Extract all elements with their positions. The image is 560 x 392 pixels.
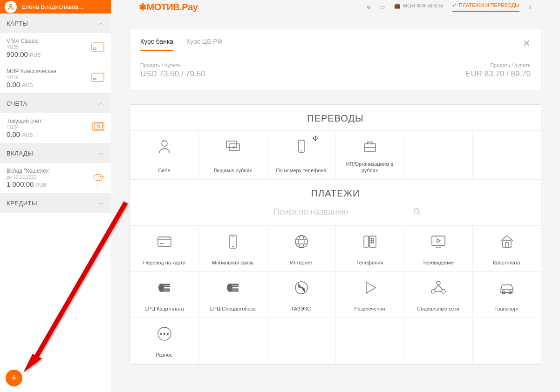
usd-value: USD 73.50 / 79.50 (140, 69, 205, 79)
transfers-title: ПЕРЕВОДЫ (130, 105, 541, 130)
logo: ✱МОТИВ.Pay (139, 1, 198, 13)
payment-transport[interactable]: Транспорт (472, 271, 541, 318)
account-balance: 0.00 (7, 130, 20, 138)
payment-gas[interactable]: ГАЗЭКС (267, 271, 336, 318)
account-number: *3124 (7, 125, 42, 130)
svg-point-39 (373, 238, 374, 239)
account-name: Текущий счёт (7, 118, 42, 124)
payments-title: ПЛАТЕЖИ (130, 180, 541, 205)
section-accounts-header[interactable]: СЧЕТА ︿ (0, 94, 111, 113)
card-icon (91, 42, 104, 54)
deposit-name: Вклад "Кошелёк" (7, 168, 50, 174)
section-deposits-header[interactable]: ВКЛАДЫ ︿ (0, 143, 111, 163)
tile-label: Перевод на карту (143, 259, 185, 266)
exit-icon[interactable]: ⎋ (529, 4, 532, 10)
payment-telephony[interactable]: Телефония (335, 225, 404, 272)
card-item[interactable]: VISA Classic *0139 900.00 RUB (0, 33, 111, 63)
payment-utilities[interactable]: Квартплата (472, 225, 541, 272)
user-bar[interactable]: Елена Владиславов... (0, 0, 111, 14)
svg-rect-3 (92, 73, 104, 81)
add-button[interactable]: + (6, 370, 22, 386)
section-label: КАРТЫ (7, 20, 28, 27)
chevron-up-icon: ︿ (98, 200, 105, 206)
payment-mobile[interactable]: Мобильная связь (198, 225, 267, 272)
tile-label: Развлечения (355, 305, 385, 312)
card-item[interactable]: МИР Классическая *0716 0.00 RUB (0, 63, 111, 94)
svg-rect-48 (505, 243, 508, 247)
section-label: КРЕДИТЫ (7, 200, 37, 207)
svg-line-65 (438, 285, 443, 290)
transfer-self[interactable]: Себе (130, 130, 199, 180)
nav-label: ПЛАТЕЖИ И ПЕРЕВОДЫ (459, 2, 519, 8)
rate-label: Продать / Купить (140, 62, 205, 68)
briefcase-icon (361, 137, 379, 156)
svg-point-0 (9, 4, 12, 7)
tile-label: Людям в рублях (213, 167, 252, 174)
deposit-currency: RUB (36, 182, 47, 188)
tab-bank-rate[interactable]: Курс банка (140, 38, 173, 51)
top-header: ✱МОТИВ.Pay ⊕ ▭ 💼 МОИ ФИНАНСЫ ⇄ ПЛАТЕЖИ И… (111, 0, 560, 14)
close-icon[interactable]: ✕ (523, 38, 531, 49)
telephone-icon (361, 232, 379, 251)
nav-finance[interactable]: 💼 МОИ ФИНАНСЫ (394, 3, 443, 12)
card-nav-icon[interactable]: ▭ (380, 4, 385, 10)
tile-label: Интернет (290, 259, 313, 266)
card-balance: 0.00 (7, 81, 20, 88)
tab-cbrf-rate[interactable]: Курс ЦБ РФ (186, 38, 222, 51)
svg-rect-26 (158, 237, 171, 246)
account-item[interactable]: Текущий счёт *3124 0.00 RUB (0, 113, 111, 143)
svg-point-10 (162, 141, 167, 146)
transfer-org[interactable]: ИП/Организациям в рублях (335, 130, 404, 180)
svg-rect-37 (369, 236, 376, 247)
card-currency: RUB (22, 82, 33, 88)
payment-tv[interactable]: Телевидение (404, 225, 473, 272)
deposit-item[interactable]: Вклад "Кошелёк" до 12.12.2022 1 000.00 R… (0, 163, 111, 193)
section-cards-header[interactable]: КАРТЫ ︿ (0, 14, 111, 33)
tile-label: Транспорт (494, 305, 519, 312)
svg-point-40 (371, 240, 372, 241)
person-icon (155, 137, 174, 156)
payment-erc-waste[interactable]: ЕРЦ Спецавтобаза (198, 271, 267, 318)
sbp-badge-icon (313, 135, 318, 142)
svg-point-9 (100, 176, 101, 177)
card-currency: RUB (30, 52, 41, 58)
section-label: ВКЛАДЫ (7, 150, 33, 157)
tile-label: Телефония (356, 259, 383, 266)
wallet-icon: 💼 (394, 3, 401, 9)
svg-point-24 (414, 209, 419, 213)
search-icon[interactable] (413, 208, 421, 217)
svg-marker-17 (314, 135, 315, 138)
svg-point-42 (371, 242, 372, 243)
section-label: СЧЕТА (7, 100, 27, 107)
payment-social[interactable]: Социальные сети (404, 271, 473, 318)
payment-erc-utilities[interactable]: ЕРЦ Квартплата (130, 271, 199, 318)
transfer-people[interactable]: ₽ Людям в рублях (198, 130, 267, 180)
empty-tile (472, 318, 541, 364)
rates-panel: Курс банка Курс ЦБ РФ ✕ Продать / Купить… (130, 28, 541, 90)
payment-other[interactable]: Разное (130, 318, 199, 364)
tile-label: Социальные сети (417, 305, 459, 312)
nav-payments[interactable]: ⇄ ПЛАТЕЖИ И ПЕРЕВОДЫ (452, 2, 519, 12)
svg-rect-1 (92, 43, 104, 51)
deposit-date: до 12.12.2022 (7, 175, 50, 180)
svg-point-7 (97, 125, 100, 128)
download-icon[interactable]: ⊕ (367, 4, 371, 10)
car-icon (498, 278, 516, 297)
tile-label: Телевидение (423, 259, 454, 266)
transfer-icon: ⇄ (452, 2, 457, 8)
section-credits-header[interactable]: КРЕДИТЫ ︿ (0, 193, 111, 213)
transfer-phone[interactable]: По номеру телефона (267, 130, 336, 180)
svg-point-32 (295, 236, 307, 248)
search-input[interactable] (250, 205, 371, 219)
account-currency: RUB (22, 132, 33, 138)
empty-tile (472, 130, 541, 180)
card-balance: 900.00 (7, 50, 28, 58)
sidebar: Елена Владиславов... КАРТЫ ︿ VISA Classi… (0, 0, 111, 392)
payment-card-transfer[interactable]: Перевод на карту (130, 225, 199, 272)
payment-entertainment[interactable]: Развлечения (335, 271, 404, 318)
payment-internet[interactable]: Интернет (267, 225, 336, 272)
svg-marker-60 (366, 282, 376, 293)
plus-icon: + (11, 372, 17, 384)
svg-marker-18 (315, 135, 317, 138)
svg-rect-36 (364, 236, 369, 247)
